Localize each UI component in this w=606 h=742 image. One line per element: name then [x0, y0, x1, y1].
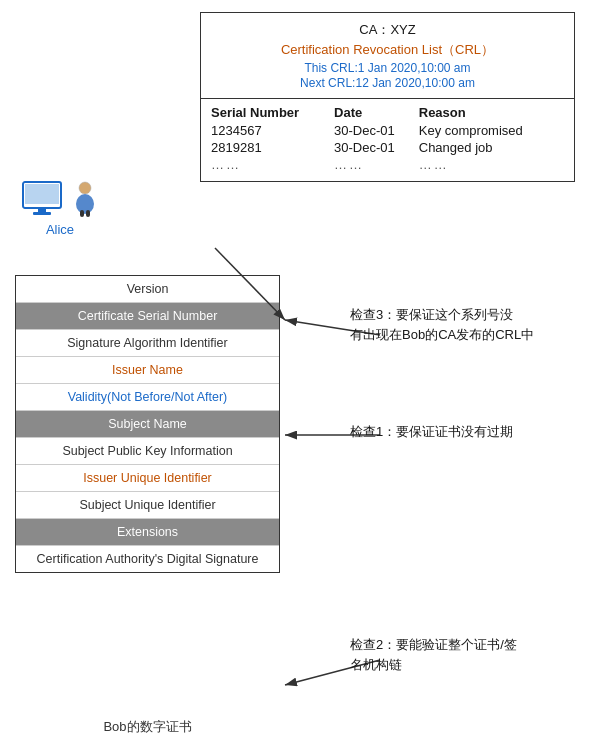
- crl-table: Serial Number Date Reason 1234567 30-Dec…: [211, 105, 564, 173]
- cert-row-subject: Subject Name: [16, 411, 279, 438]
- person-icon: [71, 180, 99, 218]
- cert-row-pubkey: Subject Public Key Information: [16, 438, 279, 465]
- monitor-icon: [21, 180, 69, 218]
- crl-col-serial: Serial Number: [211, 105, 334, 122]
- crl-main-title: Certification Revocation List（CRL）: [211, 41, 564, 59]
- annotation-check3: 检查3：要保证这个系列号没有出现在Bob的CA发布的CRL中: [350, 305, 590, 344]
- cert-row-version: Version: [16, 276, 279, 303]
- crl-serial-dots: ……: [211, 156, 334, 173]
- svg-rect-7: [86, 210, 90, 217]
- crl-next-date: Next CRL:12 Jan 2020,10:00 am: [211, 76, 564, 90]
- svg-rect-6: [80, 210, 84, 217]
- crl-date-2: 30-Dec-01: [334, 139, 419, 156]
- crl-date-1: 30-Dec-01: [334, 122, 419, 139]
- table-row: 2819281 30-Dec-01 Changed job: [211, 139, 564, 156]
- annotation-check1: 检查1：要保证证书没有过期: [350, 422, 580, 442]
- crl-serial-1: 1234567: [211, 122, 334, 139]
- cert-row-serial: Certificate Serial Number: [16, 303, 279, 330]
- svg-rect-1: [25, 184, 59, 204]
- bob-certificate-label: Bob的数字证书: [15, 718, 280, 736]
- alice-figure: Alice: [20, 180, 100, 237]
- crl-col-date: Date: [334, 105, 419, 122]
- crl-reason-2: Changed job: [419, 139, 564, 156]
- cert-row-sig-algo: Signature Algorithm Identifier: [16, 330, 279, 357]
- cert-row-extensions: Extensions: [16, 519, 279, 546]
- crl-this-date: This CRL:1 Jan 2020,10:00 am: [211, 61, 564, 75]
- cert-row-subject-uid: Subject Unique Identifier: [16, 492, 279, 519]
- svg-rect-3: [33, 212, 51, 215]
- certificate-box: Version Certificate Serial Number Signat…: [15, 275, 280, 573]
- crl-ca-title: CA：XYZ: [211, 21, 564, 39]
- annotation-check2: 检查2：要能验证整个证书/签名机构链: [350, 635, 590, 674]
- crl-table-area: Serial Number Date Reason 1234567 30-Dec…: [201, 98, 574, 181]
- svg-point-4: [79, 182, 91, 194]
- alice-icon: [20, 180, 100, 218]
- crl-serial-2: 2819281: [211, 139, 334, 156]
- cert-row-ca-sig: Certification Authority's Digital Signat…: [16, 546, 279, 572]
- svg-rect-2: [38, 208, 46, 212]
- crl-reason-1: Key compromised: [419, 122, 564, 139]
- crl-header: CA：XYZ Certification Revocation List（CRL…: [201, 13, 574, 98]
- table-row-dots: …… …… ……: [211, 156, 564, 173]
- crl-col-reason: Reason: [419, 105, 564, 122]
- cert-row-issuer-uid: Issuer Unique Identifier: [16, 465, 279, 492]
- crl-box: CA：XYZ Certification Revocation List（CRL…: [200, 12, 575, 182]
- svg-point-5: [76, 194, 94, 214]
- alice-label: Alice: [20, 222, 100, 237]
- table-row: 1234567 30-Dec-01 Key compromised: [211, 122, 564, 139]
- cert-row-issuer: Issuer Name: [16, 357, 279, 384]
- crl-date-dots: ……: [334, 156, 419, 173]
- crl-reason-dots: ……: [419, 156, 564, 173]
- cert-row-validity: Validity(Not Before/Not After): [16, 384, 279, 411]
